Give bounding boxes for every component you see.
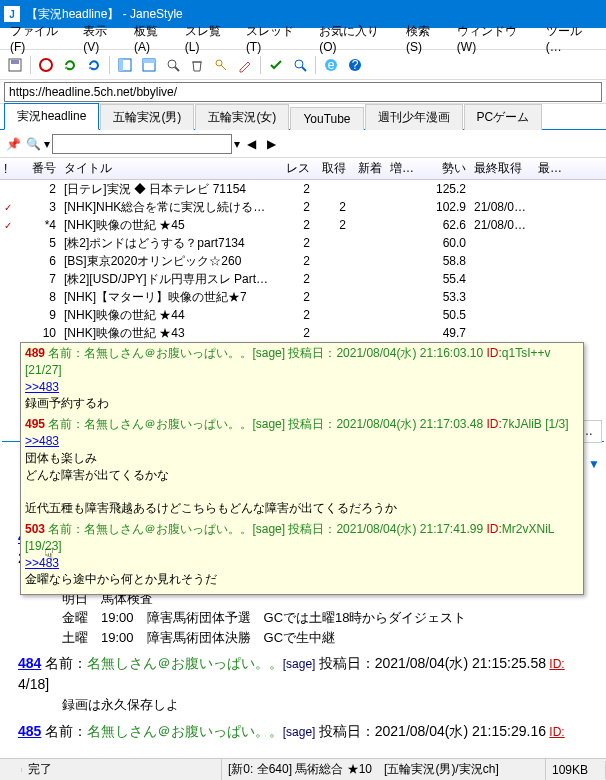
- table-row[interactable]: 8[NHK]【マターリ】映像の世紀★7253.3: [0, 288, 606, 306]
- menu-search[interactable]: 検索(S): [400, 21, 451, 56]
- status-size: 109KB: [546, 761, 606, 779]
- toolbar-find-icon[interactable]: [162, 54, 184, 76]
- table-row[interactable]: 2[日テレ]実況 ◆ 日本テレビ 711542125.2: [0, 180, 606, 198]
- col-new[interactable]: 新着: [350, 158, 386, 179]
- pin-icon[interactable]: 📌: [4, 135, 22, 153]
- menubar: ファイル(F) 表示(V) 板覧(A) スレ覧(L) スレッド(T) お気に入り…: [0, 28, 606, 50]
- menu-favorite[interactable]: お気に入り(O): [313, 21, 400, 56]
- toolbar-refresh1-icon[interactable]: [59, 54, 81, 76]
- filter-input[interactable]: [52, 134, 232, 154]
- col-res[interactable]: レス: [278, 158, 314, 179]
- menu-view[interactable]: 表示(V): [77, 21, 128, 56]
- table-row[interactable]: 5[株2]ポンドはどうする？part7134260.0: [0, 234, 606, 252]
- svg-line-11: [221, 65, 226, 70]
- next-icon[interactable]: ▶: [262, 135, 280, 153]
- menu-thread[interactable]: スレッド(T): [240, 21, 313, 56]
- toolbar-trash-icon[interactable]: [186, 54, 208, 76]
- toolbar-separator: [109, 56, 110, 74]
- toolbar-separator: [30, 56, 31, 74]
- status-bar: 完了 [新0: 全640] 馬術総合 ★10 [五輪実況(男)/実況ch] 10…: [0, 758, 606, 780]
- tab-jikkyou-headline[interactable]: 実況headline: [4, 103, 99, 130]
- cursor-hand-icon: ☟: [44, 545, 54, 564]
- toolbar-save-icon[interactable]: [4, 54, 26, 76]
- svg-point-7: [168, 60, 176, 68]
- toolbar-key-icon[interactable]: [210, 54, 232, 76]
- menu-window[interactable]: ウィンドウ(W): [451, 21, 540, 56]
- toolbar-refresh2-icon[interactable]: [83, 54, 105, 76]
- svg-text:?: ?: [352, 58, 359, 72]
- menu-threadlist[interactable]: スレ覧(L): [179, 21, 240, 56]
- dropdown-icon[interactable]: ▾: [44, 137, 50, 151]
- tab-gorin-onna[interactable]: 五輪実況(女): [195, 104, 289, 130]
- toolbar-separator: [260, 56, 261, 74]
- col-zou[interactable]: 増レス: [386, 158, 422, 179]
- col-lastres[interactable]: 最終…: [534, 158, 574, 179]
- col-get[interactable]: 取得: [314, 158, 350, 179]
- menu-tool[interactable]: ツール(…: [540, 21, 602, 56]
- tab-shonen[interactable]: 週刊少年漫画: [365, 104, 463, 130]
- table-row[interactable]: 10[NHK]映像の世紀 ★43249.7: [0, 324, 606, 342]
- svg-point-2: [40, 59, 52, 71]
- table-row[interactable]: 9[NHK]映像の世紀 ★44250.5: [0, 306, 606, 324]
- table-row[interactable]: 7[株2][USD/JPY]ドル円専用スレ Part…255.4: [0, 270, 606, 288]
- window-title: 【実況headline】 - JaneStyle: [26, 6, 602, 23]
- prev-icon[interactable]: ◀: [242, 135, 260, 153]
- tab-gorin-otoko[interactable]: 五輪実況(男): [100, 104, 194, 130]
- filter-icon[interactable]: ▼: [586, 456, 602, 472]
- table-row[interactable]: ✓3[NHK]NHK総合を常に実況し続けるス…22102.921/08/0…: [0, 198, 606, 216]
- app-icon: J: [4, 6, 20, 22]
- toolbar-write-icon[interactable]: [234, 54, 256, 76]
- thread-list-header: ! 番号 タイトル レス 取得 新着 増レス 勢い 最終取得 最終…: [0, 158, 606, 180]
- filter-bar: 📌 🔍 ▾ ▾ ◀ ▶: [0, 130, 606, 158]
- col-no[interactable]: 番号: [18, 158, 60, 179]
- status-icon: [0, 768, 22, 772]
- address-bar: [0, 80, 606, 104]
- thread-list: 2[日テレ]実況 ◆ 日本テレビ 711542125.2✓3[NHK]NHK総合…: [0, 180, 606, 342]
- col-lastget[interactable]: 最終取得: [470, 158, 534, 179]
- toolbar-help-icon[interactable]: ?: [344, 54, 366, 76]
- anchor-popup: 489 名前：名無しさん＠お腹いっぱい。。[sage] 投稿日：2021/08/…: [20, 342, 584, 595]
- menu-boardlist[interactable]: 板覧(A): [128, 21, 179, 56]
- toolbar-check-icon[interactable]: [265, 54, 287, 76]
- board-tabs: 実況headline 五輪実況(男) 五輪実況(女) YouTube 週刊少年漫…: [0, 104, 606, 130]
- col-mark[interactable]: !: [0, 160, 18, 178]
- svg-rect-4: [119, 59, 123, 71]
- toolbar-ie-icon[interactable]: e: [320, 54, 342, 76]
- post-number[interactable]: 484: [18, 655, 41, 671]
- post: 485 名前：名無しさん＠お腹いっぱい。。[sage] 投稿日：2021/08/…: [18, 721, 600, 742]
- svg-point-12: [295, 60, 303, 68]
- svg-rect-6: [143, 59, 155, 63]
- menu-file[interactable]: ファイル(F): [4, 21, 77, 56]
- col-ikioi[interactable]: 勢い: [422, 158, 470, 179]
- post: 484 名前：名無しさん＠お腹いっぱい。。[sage] 投稿日：2021/08/…: [18, 653, 600, 715]
- post-id[interactable]: ID:: [549, 657, 564, 671]
- svg-line-13: [302, 67, 306, 71]
- address-input[interactable]: [4, 82, 602, 102]
- col-title[interactable]: タイトル: [60, 158, 278, 179]
- tab-pcgame[interactable]: PCゲーム: [464, 104, 543, 130]
- svg-text:e: e: [328, 58, 335, 72]
- status-done: 完了: [22, 759, 222, 780]
- toolbar-panel2-icon[interactable]: [138, 54, 160, 76]
- table-row[interactable]: 6[BS]東京2020オリンピック☆260258.8: [0, 252, 606, 270]
- toolbar-search-icon[interactable]: [289, 54, 311, 76]
- dropdown2-icon[interactable]: ▾: [234, 137, 240, 151]
- status-info: [新0: 全640] 馬術総合 ★10 [五輪実況(男)/実況ch]: [222, 759, 546, 780]
- post-id[interactable]: ID:: [549, 725, 564, 739]
- post-number[interactable]: 485: [18, 723, 41, 739]
- search-icon[interactable]: 🔍: [24, 135, 42, 153]
- table-row[interactable]: ✓*4[NHK]映像の世紀 ★452262.621/08/0…: [0, 216, 606, 234]
- toolbar-separator: [315, 56, 316, 74]
- toolbar-stop-icon[interactable]: [35, 54, 57, 76]
- svg-rect-1: [11, 60, 19, 64]
- tab-youtube[interactable]: YouTube: [290, 107, 363, 130]
- toolbar-panel1-icon[interactable]: [114, 54, 136, 76]
- svg-line-8: [175, 67, 179, 71]
